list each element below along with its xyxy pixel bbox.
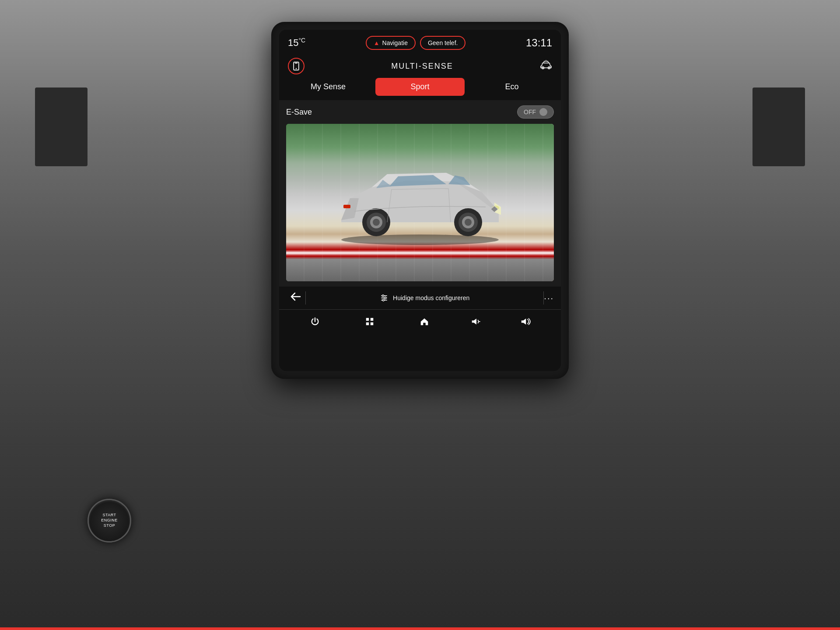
screen-title: MULTI-SENSE — [391, 62, 453, 71]
svg-rect-26 — [366, 322, 369, 325]
start-engine-stop-button[interactable]: START ENGINE STOP — [88, 499, 131, 542]
status-bar: 15°C ▲ Navigatie Geen telef. 13:11 — [279, 30, 561, 56]
nav-buttons-group: ▲ Navigatie Geen telef. — [366, 36, 466, 50]
back-button[interactable] — [286, 290, 305, 305]
tab-my-sense[interactable]: My Sense — [284, 78, 373, 96]
svg-rect-1 — [295, 63, 298, 64]
sliders-icon — [380, 294, 388, 302]
start-stop-label2: ENGINE — [101, 518, 118, 523]
svg-point-12 — [373, 219, 380, 226]
car-settings-icon[interactable] — [540, 60, 552, 72]
infotainment-screen: 15°C ▲ Navigatie Geen telef. 13:11 — [279, 30, 561, 371]
header-row: MULTI-SENSE — [279, 56, 561, 78]
config-section[interactable]: Huidige modus configureren — [306, 294, 543, 302]
screen-housing: 15°C ▲ Navigatie Geen telef. 13:11 — [271, 22, 569, 379]
content-area: E-Save OFF — [279, 100, 561, 287]
svg-point-22 — [385, 297, 386, 299]
back-arrow-icon — [290, 292, 301, 301]
home-button[interactable] — [416, 314, 432, 329]
clock-display: 13:11 — [526, 37, 552, 49]
power-button[interactable] — [307, 314, 323, 329]
phone-status-button[interactable]: Geen telef. — [420, 36, 466, 50]
svg-point-6 — [341, 234, 499, 245]
svg-point-21 — [382, 295, 384, 297]
esave-row: E-Save OFF — [286, 105, 554, 119]
esave-label: E-Save — [286, 108, 312, 117]
svg-point-16 — [465, 219, 472, 226]
svg-rect-27 — [371, 322, 373, 325]
temperature-display: 15°C — [288, 37, 305, 49]
home-icon — [420, 317, 429, 326]
navigation-button[interactable]: ▲ Navigatie — [366, 36, 416, 50]
svg-rect-8 — [343, 205, 350, 208]
car-illustration — [319, 150, 521, 246]
vent-left — [35, 88, 88, 166]
svg-point-23 — [382, 299, 384, 301]
svg-point-2 — [296, 68, 297, 70]
vent-right — [752, 88, 805, 166]
dashboard-background: START ENGINE STOP 15°C ▲ Navigatie Geen … — [0, 0, 840, 630]
svg-rect-25 — [371, 318, 373, 320]
tabs-row: My Sense Sport Eco — [279, 78, 561, 100]
phone-icon — [292, 62, 301, 70]
toggle-circle — [539, 108, 547, 116]
start-stop-label: START — [102, 513, 116, 518]
toggle-state-label: OFF — [524, 108, 536, 116]
nav-arrow-icon: ▲ — [374, 39, 380, 46]
red-accent-line — [0, 627, 840, 630]
volume-up-button[interactable] — [521, 317, 533, 326]
grid-icon — [365, 317, 374, 326]
phone-icon-button[interactable] — [288, 58, 304, 74]
more-options-button[interactable]: ··· — [544, 293, 554, 303]
esave-toggle[interactable]: OFF — [517, 105, 554, 119]
grid-button[interactable] — [362, 314, 378, 329]
car-icon — [540, 60, 552, 70]
nav-bar — [279, 309, 561, 335]
bottom-controls: Huidige modus configureren ··· — [279, 287, 561, 309]
svg-rect-24 — [366, 318, 369, 320]
start-stop-label3: STOP — [104, 523, 115, 528]
volume-up-icon — [521, 317, 533, 326]
config-label: Huidige modus configureren — [393, 294, 469, 301]
volume-down-icon — [471, 317, 482, 326]
power-icon — [310, 317, 320, 326]
car-image — [286, 124, 554, 281]
tab-eco[interactable]: Eco — [467, 78, 556, 96]
volume-down-button[interactable] — [471, 317, 482, 326]
tab-sport[interactable]: Sport — [375, 78, 465, 96]
